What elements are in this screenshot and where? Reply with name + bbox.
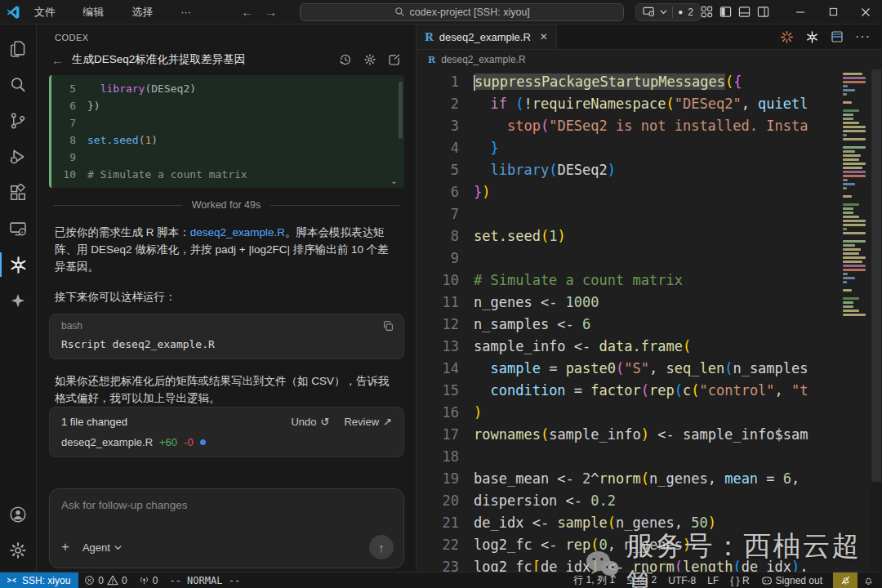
r-file-icon: R	[425, 31, 434, 43]
breadcrumb[interactable]: R deseq2_example.R	[416, 50, 882, 69]
sparkle-icon	[10, 292, 26, 309]
customize-layout-icon[interactable]	[701, 6, 713, 18]
broadcast-icon	[139, 575, 149, 586]
search-icon	[394, 7, 405, 17]
menu-file[interactable]: 文件(F)	[27, 3, 75, 21]
history-icon[interactable]	[339, 53, 352, 66]
file-link[interactable]: deseq2_example.R	[190, 226, 285, 238]
agent-mode-selector[interactable]: Agent	[82, 541, 122, 554]
gear-icon[interactable]	[363, 53, 376, 66]
language-mode[interactable]: { } R	[724, 572, 755, 588]
tab-deseq2-example[interactable]: R deseq2_example.R ✕	[416, 24, 557, 49]
code-line: 23log2_fc[de_idx] <- rnorm(length(de_idx…	[416, 556, 840, 572]
activity-extensions[interactable]	[0, 175, 37, 211]
code-line: 1suppressPackageStartupMessages({	[416, 71, 840, 93]
split-editor-icon[interactable]	[831, 30, 844, 43]
code-line: 21de_idx <- sample(n_genes, 50)	[416, 512, 840, 534]
attach-button[interactable]: +	[61, 539, 69, 555]
code-line: 15 condition = factor(rep(c("control", "…	[416, 380, 840, 402]
code-line: 6})	[51, 97, 404, 114]
code-language-label: bash	[61, 320, 82, 332]
session-count-badge: 2	[688, 7, 693, 18]
back-arrow-icon[interactable]: ←	[51, 53, 64, 67]
code-area[interactable]: 1suppressPackageStartupMessages({2 if (!…	[416, 69, 882, 572]
session-button[interactable]: ● 2	[635, 3, 701, 21]
changed-count: 1 file changed	[61, 416, 127, 428]
activity-explorer[interactable]	[0, 31, 37, 67]
minimap[interactable]	[840, 69, 869, 572]
new-task-icon[interactable]	[388, 53, 401, 66]
window-maximize-button[interactable]	[817, 0, 849, 24]
openai-icon[interactable]	[805, 30, 819, 44]
nav-forward-icon[interactable]: →	[265, 5, 277, 19]
code-line: 2 if (!requireNamespace("DESeq2", quietl	[416, 93, 840, 115]
review-button[interactable]: Review↗	[344, 416, 392, 428]
activity-source-control[interactable]	[0, 103, 37, 139]
activity-codex[interactable]	[0, 247, 37, 283]
copy-icon[interactable]	[383, 321, 394, 332]
nav-back-icon[interactable]: ←	[241, 5, 253, 19]
changed-file-name: deseq2_example.R	[61, 436, 153, 448]
command-center-search[interactable]: codex-project [SSH: xiyou]	[300, 3, 624, 21]
code-line: 16)	[416, 402, 840, 424]
encoding[interactable]: UTF-8	[662, 572, 702, 588]
search-icon	[9, 76, 27, 94]
menu-edit[interactable]: 编辑(E)	[75, 3, 124, 21]
remote-monitor-icon: »	[9, 220, 27, 238]
eol-sequence[interactable]: LF	[702, 572, 724, 588]
titlebar: 文件(F) 编辑(E) 选择(S) ··· ← → codex-project …	[0, 0, 882, 24]
activity-run-debug[interactable]	[0, 139, 37, 175]
ports-indicator[interactable]: 0	[133, 572, 164, 588]
followup-input-card: + Agent ↑	[49, 488, 404, 568]
followup-input[interactable]	[61, 499, 394, 527]
remote-indicator[interactable]: SSH: xiyou	[0, 572, 78, 588]
indentation[interactable]: 空格: 2	[621, 572, 662, 588]
codex-run-icon[interactable]	[780, 30, 794, 44]
chevron-down-icon	[114, 545, 122, 550]
changed-file-row[interactable]: deseq2_example.R +60 -0	[61, 436, 392, 448]
tab-close-icon[interactable]: ✕	[540, 31, 548, 42]
menu-selection[interactable]: 选择(S)	[124, 3, 173, 21]
window-minimize-button[interactable]	[784, 0, 817, 24]
window-close-button[interactable]	[849, 0, 882, 24]
copilot-signin[interactable]: Signed out	[755, 572, 828, 588]
do-not-disturb-bell-icon[interactable]	[833, 572, 858, 588]
toggle-sidebar-icon[interactable]	[719, 6, 732, 18]
menu-more[interactable]: ···	[173, 3, 198, 21]
editor-scrollbar[interactable]	[871, 69, 882, 572]
activity-remote-explorer[interactable]: »	[0, 211, 37, 247]
activity-sparkle[interactable]	[0, 283, 37, 318]
code-line: 7	[51, 114, 404, 131]
code-line: 14 sample = paste0("S", seq_len(n_sample…	[416, 358, 840, 380]
diff-preview[interactable]: 5 library(DESeq2)6})78set.seed(1)910# Si…	[49, 75, 404, 188]
send-button[interactable]: ↑	[369, 535, 394, 559]
preview-expand-icon[interactable]: ⌄	[390, 176, 398, 186]
bash-command: Rscript deseq2_example.R	[50, 333, 403, 359]
problems-indicator[interactable]: 0 0	[78, 572, 132, 588]
code-line: 8set.seed(1)	[51, 131, 404, 149]
cursor-position[interactable]: 行 1, 列 1	[568, 572, 621, 588]
activity-search[interactable]	[0, 67, 37, 103]
external-link-icon: ↗	[383, 416, 392, 428]
undo-button[interactable]: Undo↺	[291, 416, 329, 428]
preview-scrollbar[interactable]	[399, 82, 403, 139]
screen-session-icon	[643, 7, 655, 17]
code-line: 4 }	[416, 137, 840, 159]
activity-accounts[interactable]	[0, 497, 37, 532]
assistant-message-3: 如果你还想把标准化后的矩阵或结果写出到文件（如 CSV），告诉我格式偏好，我可以…	[37, 372, 416, 407]
toggle-panel-icon[interactable]	[738, 6, 751, 18]
debug-icon	[9, 148, 27, 166]
activity-settings[interactable]	[0, 532, 37, 568]
chevron-down-icon	[660, 9, 667, 15]
code-line: 18	[416, 446, 840, 468]
toggle-secondary-sidebar-icon[interactable]	[757, 6, 769, 18]
code-line: 9	[51, 149, 404, 166]
code-line: 3 stop("DESeq2 is not installed. Insta	[416, 115, 840, 137]
editor-more-actions[interactable]: ···	[855, 29, 871, 44]
scrollbar-slider[interactable]	[871, 69, 881, 482]
vim-mode: -- NORMAL --	[163, 572, 246, 588]
search-text: codex-project [SSH: xiyou]	[410, 7, 530, 18]
code-line: 12n_samples <- 6	[416, 314, 840, 336]
notifications-bell-icon[interactable]	[858, 572, 882, 588]
code-line: 22log2_fc <- rep(0, n_genes)	[416, 534, 840, 556]
